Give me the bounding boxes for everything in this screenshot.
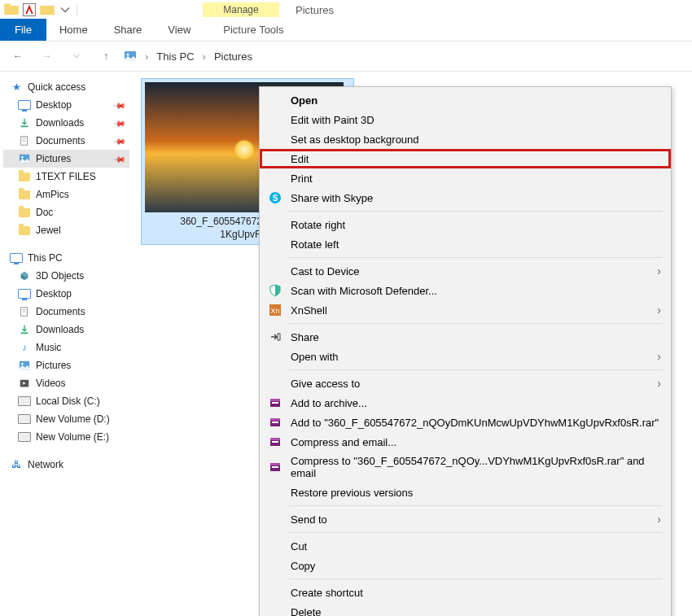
rar-icon [268, 416, 282, 429]
drive-icon [18, 430, 31, 443]
sidebar-item-1text-files[interactable]: 1TEXT FILES [3, 168, 129, 186]
context-menu-add-to-archive[interactable]: Add to archive... [260, 393, 671, 413]
context-menu-label: Open with [291, 351, 649, 363]
context-menu-label: Add to "360_F_605547672_nQOyDmKUnMcwUpVD… [291, 417, 661, 429]
forward-button[interactable]: → [36, 45, 59, 68]
chevron-right-icon: › [657, 513, 661, 526]
sidebar-item-ampics[interactable]: AmPics [3, 186, 129, 203]
chevron-right-icon[interactable] [199, 50, 209, 63]
svg-text:Xn: Xn [270, 307, 279, 315]
monitor-icon [10, 251, 23, 264]
qat-dropdown-icon[interactable] [57, 2, 73, 18]
sidebar-item-new-volume-d-[interactable]: New Volume (D:) [3, 410, 129, 428]
tab-picture-tools[interactable]: Picture Tools [212, 19, 295, 41]
context-menu-compress-and-email[interactable]: Compress and email... [260, 432, 671, 452]
sidebar-item-downloads[interactable]: Downloads [3, 321, 129, 339]
chevron-right-icon[interactable] [142, 50, 151, 63]
qat-new-folder-icon[interactable] [39, 2, 55, 18]
tab-home[interactable]: Home [46, 19, 101, 41]
sidebar-item-doc[interactable]: Doc [3, 203, 129, 221]
sidebar-item-new-volume-e-[interactable]: New Volume (E:) [3, 428, 129, 446]
context-menu-share[interactable]: Share [260, 327, 671, 347]
context-menu-separator [289, 579, 663, 579]
sidebar-item-label: Documents [36, 306, 85, 317]
qat-explorer-icon[interactable] [3, 2, 20, 18]
sidebar-item-downloads[interactable]: Downloads📌 [3, 114, 129, 132]
context-menu-create-shortcut[interactable]: Create shortcut [260, 583, 671, 602]
context-menu-give-access-to[interactable]: Give access to› [260, 374, 671, 393]
sidebar-item-music[interactable]: ♪Music [3, 339, 129, 356]
blank-icon [268, 559, 282, 572]
rar-icon [268, 396, 282, 409]
sidebar-this-pc[interactable]: This PC [3, 249, 129, 267]
context-menu-open[interactable]: Open [260, 90, 671, 110]
context-menu-edit-with-paint-3d[interactable]: Edit with Paint 3D [260, 110, 671, 129]
sidebar-item-jewel[interactable]: Jewel [3, 221, 129, 239]
drive-icon [18, 413, 31, 426]
sidebar-item-pictures[interactable]: Pictures [3, 356, 129, 374]
context-menu-cast-to-device[interactable]: Cast to Device› [260, 261, 671, 281]
context-menu: OpenEdit with Paint 3DSet as desktop bac… [259, 86, 672, 616]
sidebar-item-label: Local Disk (C:) [36, 395, 100, 407]
recent-dropdown-icon[interactable] [65, 45, 88, 68]
sidebar-network[interactable]: 🖧 Network [3, 456, 129, 474]
tab-view[interactable]: View [155, 19, 204, 41]
sidebar-item-pictures[interactable]: Pictures📌 [3, 150, 129, 168]
qat-properties-icon[interactable] [21, 2, 37, 18]
context-menu-label: Scan with Microsoft Defender... [291, 285, 661, 297]
context-menu-label: Edit [291, 153, 662, 165]
context-menu-open-with[interactable]: Open with› [260, 347, 671, 366]
context-menu-label: Edit with Paint 3D [291, 114, 661, 126]
sidebar-item-3d-objects[interactable]: 3D Objects [3, 267, 129, 285]
sidebar-item-label: 1TEXT FILES [36, 171, 96, 182]
breadcrumb[interactable]: This PC Pictures [124, 50, 252, 63]
context-menu-label: Delete [291, 606, 661, 617]
context-menu-label: XnShell [291, 304, 649, 317]
context-menu-rotate-left[interactable]: Rotate left [260, 234, 671, 254]
context-menu-compress-to-360-f-605547672-nqoy-vdyhwm1kgupvrxf0sr-rar-and-email[interactable]: Compress to "360_F_605547672_nQOy...VDYh… [260, 452, 671, 483]
tab-share[interactable]: Share [101, 19, 155, 41]
context-menu-delete[interactable]: Delete [260, 602, 671, 616]
desktop-icon [18, 98, 31, 111]
sidebar-quick-access[interactable]: ★ Quick access [3, 78, 129, 96]
svg-rect-27 [272, 402, 278, 404]
sidebar-item-documents[interactable]: Documents📌 [3, 132, 129, 150]
context-menu-copy[interactable]: Copy [260, 556, 671, 575]
context-menu-share-with-skype[interactable]: SShare with Skype [260, 188, 671, 208]
sidebar-item-videos[interactable]: Videos [3, 374, 129, 392]
crumb-pictures[interactable]: Pictures [214, 50, 252, 63]
context-menu-set-as-desktop-background[interactable]: Set as desktop background [260, 129, 671, 149]
context-menu-xnshell[interactable]: XnXnShell› [260, 300, 671, 320]
context-menu-restore-previous-versions[interactable]: Restore previous versions [260, 483, 671, 502]
context-menu-cut[interactable]: Cut [260, 536, 671, 556]
blank-icon [268, 486, 282, 499]
svg-rect-30 [272, 422, 278, 423]
blank-icon [268, 513, 282, 526]
manage-tab[interactable]: Manage [203, 2, 279, 17]
blank-icon [268, 152, 282, 165]
svg-point-11 [21, 156, 24, 159]
context-menu-label: Add to archive... [291, 397, 661, 409]
context-menu-edit[interactable]: Edit [260, 149, 671, 168]
up-button[interactable]: ↑ [94, 45, 117, 68]
folder-icon [18, 170, 31, 183]
sidebar-item-local-disk-c-[interactable]: Local Disk (C:) [3, 392, 129, 410]
blank-icon [268, 133, 282, 146]
svg-rect-26 [270, 399, 280, 401]
sidebar-item-label: AmPics [36, 189, 69, 200]
sidebar-item-desktop[interactable]: Desktop📌 [3, 96, 129, 114]
defender-icon [268, 284, 282, 297]
sidebar-item-documents[interactable]: Documents [3, 303, 129, 321]
file-tab[interactable]: File [0, 19, 46, 41]
context-menu-rotate-right[interactable]: Rotate right [260, 215, 671, 234]
context-menu-print[interactable]: Print [260, 168, 671, 188]
context-menu-add-to-360-f-605547672-nqoydmkunmcwupvdyhwm1kgupvrxf0sr-rar[interactable]: Add to "360_F_605547672_nQOyDmKUnMcwUpVD… [260, 413, 671, 432]
context-menu-send-to[interactable]: Send to› [260, 509, 671, 529]
sidebar-item-desktop[interactable]: Desktop [3, 285, 129, 303]
downloads-icon [18, 116, 31, 129]
context-menu-scan-with-microsoft-defender[interactable]: Scan with Microsoft Defender... [260, 281, 671, 300]
svg-rect-35 [270, 463, 280, 465]
back-button[interactable]: ← [7, 45, 29, 68]
rar-icon [268, 435, 282, 448]
crumb-this-pc[interactable]: This PC [156, 50, 194, 63]
